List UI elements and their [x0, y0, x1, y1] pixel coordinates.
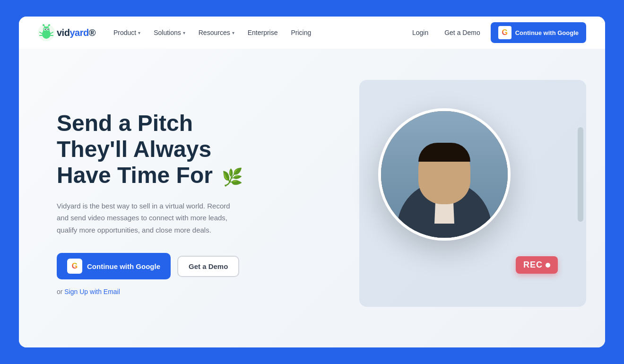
google-g-letter: G: [502, 28, 507, 37]
main-frame: vidyard® Product ▾ Solutions ▾ Resources…: [19, 17, 605, 347]
nav-item-pricing[interactable]: Pricing: [285, 26, 317, 39]
nav-item-enterprise[interactable]: Enterprise: [242, 26, 284, 39]
rec-dot: [546, 263, 550, 268]
chevron-down-icon: ▾: [232, 30, 234, 35]
svg-point-9: [43, 24, 44, 26]
hero-subtitle: Vidyard is the best way to sell in a vir…: [57, 200, 236, 236]
chevron-down-icon: ▾: [138, 30, 140, 35]
video-circle: [378, 108, 511, 241]
google-icon: G: [67, 259, 82, 274]
continue-with-google-button[interactable]: G Continue with Google: [57, 253, 171, 279]
rec-badge: REC: [516, 256, 558, 274]
logo-icon: [38, 24, 55, 41]
nav-links: Product ▾ Solutions ▾ Resources ▾ Enterp…: [108, 26, 404, 39]
google-g-letter: G: [72, 262, 78, 270]
hero-right: REC: [303, 49, 605, 347]
screen-mockup: REC: [331, 70, 596, 326]
logo[interactable]: vidyard®: [38, 24, 95, 41]
main-content: Send a Pitch They'll Always Have Time Fo…: [19, 49, 605, 347]
signup-row: or Sign Up with Email: [57, 288, 243, 295]
scrollbar: [578, 127, 583, 222]
signup-email-link[interactable]: Sign Up with Email: [64, 288, 120, 295]
nav-right: Login Get a Demo G Continue with Google: [407, 22, 586, 43]
svg-point-5: [44, 29, 45, 30]
nav-google-button[interactable]: G Continue with Google: [491, 22, 586, 43]
person-face: [418, 143, 470, 204]
leaves-icon: 🌿: [222, 167, 243, 187]
hero-title: Send a Pitch They'll Always Have Time Fo…: [57, 110, 243, 189]
svg-point-10: [48, 24, 50, 26]
chevron-down-icon: ▾: [183, 30, 185, 35]
google-icon: G: [498, 26, 511, 39]
nav-item-resources[interactable]: Resources ▾: [193, 26, 240, 39]
hero-buttons: G Continue with Google Get a Demo: [57, 253, 243, 279]
person-silhouette: [381, 111, 508, 238]
navbar: vidyard® Product ▾ Solutions ▾ Resources…: [19, 17, 605, 49]
login-link[interactable]: Login: [407, 26, 434, 39]
nav-item-product[interactable]: Product ▾: [108, 26, 146, 39]
get-demo-link[interactable]: Get a Demo: [439, 26, 485, 39]
hero-left: Send a Pitch They'll Always Have Time Fo…: [19, 49, 243, 347]
svg-point-6: [47, 29, 48, 30]
logo-text: vidyard®: [57, 27, 95, 38]
nav-item-solutions[interactable]: Solutions ▾: [148, 26, 191, 39]
get-demo-button[interactable]: Get a Demo: [177, 256, 239, 277]
